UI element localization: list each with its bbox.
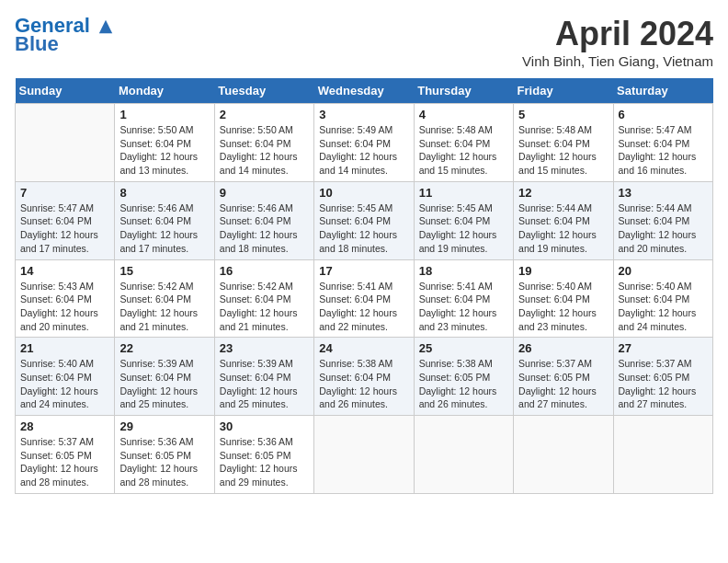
calendar-cell: 2Sunrise: 5:50 AM Sunset: 6:04 PM Daylig…	[214, 104, 313, 182]
weekday-header-saturday: Saturday	[613, 78, 712, 104]
day-detail: Sunrise: 5:38 AM Sunset: 6:04 PM Dayligh…	[319, 357, 408, 411]
calendar-cell: 17Sunrise: 5:41 AM Sunset: 6:04 PM Dayli…	[314, 259, 414, 338]
day-detail: Sunrise: 5:46 AM Sunset: 6:04 PM Dayligh…	[220, 201, 309, 256]
weekday-header-friday: Friday	[514, 78, 613, 104]
calendar-cell: 26Sunrise: 5:37 AM Sunset: 6:05 PM Dayli…	[514, 338, 613, 416]
calendar-cell: 28Sunrise: 5:37 AM Sunset: 6:05 PM Dayli…	[16, 416, 115, 494]
month-title: April 2024	[522, 15, 713, 53]
calendar-cell: 22Sunrise: 5:39 AM Sunset: 6:04 PM Dayli…	[115, 338, 214, 416]
day-number: 24	[319, 341, 408, 355]
day-detail: Sunrise: 5:37 AM Sunset: 6:05 PM Dayligh…	[619, 357, 708, 411]
day-number: 7	[20, 186, 109, 200]
title-area: April 2024 Vinh Binh, Tien Giang, Vietna…	[522, 15, 713, 69]
day-detail: Sunrise: 5:42 AM Sunset: 6:04 PM Dayligh…	[220, 280, 309, 334]
calendar-cell: 15Sunrise: 5:42 AM Sunset: 6:04 PM Dayli…	[115, 259, 214, 338]
calendar-cell: 7Sunrise: 5:47 AM Sunset: 6:04 PM Daylig…	[16, 181, 115, 259]
calendar-cell: 3Sunrise: 5:49 AM Sunset: 6:04 PM Daylig…	[314, 104, 414, 182]
day-number: 9	[220, 186, 309, 200]
calendar-week-row: 14Sunrise: 5:43 AM Sunset: 6:04 PM Dayli…	[16, 259, 713, 338]
calendar-cell: 25Sunrise: 5:38 AM Sunset: 6:05 PM Dayli…	[414, 338, 513, 416]
day-number: 29	[119, 419, 209, 433]
day-number: 12	[518, 186, 608, 200]
day-detail: Sunrise: 5:44 AM Sunset: 6:04 PM Dayligh…	[518, 201, 608, 256]
calendar-cell: 23Sunrise: 5:39 AM Sunset: 6:04 PM Dayli…	[214, 338, 313, 416]
day-detail: Sunrise: 5:45 AM Sunset: 6:04 PM Dayligh…	[319, 201, 408, 256]
weekday-header-wednesday: Wednesday	[314, 78, 414, 104]
svg-marker-0	[99, 20, 112, 33]
calendar-cell: 29Sunrise: 5:36 AM Sunset: 6:05 PM Dayli…	[115, 416, 214, 494]
day-number: 13	[619, 186, 708, 200]
day-detail: Sunrise: 5:43 AM Sunset: 6:04 PM Dayligh…	[20, 280, 109, 334]
calendar-cell: 5Sunrise: 5:48 AM Sunset: 6:04 PM Daylig…	[514, 104, 613, 182]
calendar-cell: 24Sunrise: 5:38 AM Sunset: 6:04 PM Dayli…	[314, 338, 414, 416]
day-number: 15	[119, 264, 209, 278]
day-number: 19	[518, 264, 608, 278]
day-number: 5	[518, 108, 608, 121]
calendar-cell: 27Sunrise: 5:37 AM Sunset: 6:05 PM Dayli…	[613, 338, 712, 416]
calendar-cell: 8Sunrise: 5:46 AM Sunset: 6:04 PM Daylig…	[115, 181, 214, 259]
day-detail: Sunrise: 5:48 AM Sunset: 6:04 PM Dayligh…	[419, 123, 508, 178]
weekday-header-monday: Monday	[115, 78, 214, 104]
calendar-cell: 4Sunrise: 5:48 AM Sunset: 6:04 PM Daylig…	[414, 104, 513, 182]
day-number: 30	[220, 419, 309, 433]
day-detail: Sunrise: 5:41 AM Sunset: 6:04 PM Dayligh…	[419, 280, 508, 334]
calendar-table: SundayMondayTuesdayWednesdayThursdayFrid…	[15, 78, 713, 494]
day-detail: Sunrise: 5:38 AM Sunset: 6:05 PM Dayligh…	[419, 357, 508, 411]
day-detail: Sunrise: 5:40 AM Sunset: 6:04 PM Dayligh…	[20, 357, 109, 411]
day-number: 11	[419, 186, 508, 200]
day-number: 8	[119, 186, 209, 200]
day-number: 1	[119, 108, 209, 121]
calendar-week-row: 1Sunrise: 5:50 AM Sunset: 6:04 PM Daylig…	[16, 104, 713, 182]
calendar-week-row: 21Sunrise: 5:40 AM Sunset: 6:04 PM Dayli…	[16, 338, 713, 416]
day-number: 20	[619, 264, 708, 278]
calendar-cell	[514, 416, 613, 494]
logo-text-blue: Blue	[15, 33, 59, 55]
day-detail: Sunrise: 5:39 AM Sunset: 6:04 PM Dayligh…	[119, 357, 209, 411]
calendar-cell: 12Sunrise: 5:44 AM Sunset: 6:04 PM Dayli…	[514, 181, 613, 259]
day-number: 23	[220, 341, 309, 355]
day-detail: Sunrise: 5:47 AM Sunset: 6:04 PM Dayligh…	[20, 201, 109, 256]
day-number: 27	[619, 341, 708, 355]
day-detail: Sunrise: 5:48 AM Sunset: 6:04 PM Dayligh…	[518, 123, 608, 178]
day-detail: Sunrise: 5:40 AM Sunset: 6:04 PM Dayligh…	[518, 280, 608, 334]
day-detail: Sunrise: 5:37 AM Sunset: 6:05 PM Dayligh…	[20, 435, 109, 489]
day-number: 14	[20, 264, 109, 278]
weekday-header-sunday: Sunday	[16, 78, 115, 104]
day-detail: Sunrise: 5:45 AM Sunset: 6:04 PM Dayligh…	[419, 201, 508, 256]
page-header: General Blue April 2024 Vinh Binh, Tien …	[15, 15, 713, 69]
calendar-cell	[314, 416, 414, 494]
calendar-cell: 1Sunrise: 5:50 AM Sunset: 6:04 PM Daylig…	[115, 104, 214, 182]
calendar-cell: 13Sunrise: 5:44 AM Sunset: 6:04 PM Dayli…	[613, 181, 712, 259]
calendar-cell: 16Sunrise: 5:42 AM Sunset: 6:04 PM Dayli…	[214, 259, 313, 338]
day-number: 2	[220, 108, 309, 121]
calendar-cell	[16, 104, 115, 182]
day-detail: Sunrise: 5:40 AM Sunset: 6:04 PM Dayligh…	[619, 280, 708, 334]
day-detail: Sunrise: 5:49 AM Sunset: 6:04 PM Dayligh…	[319, 123, 408, 178]
day-number: 4	[419, 108, 508, 121]
day-detail: Sunrise: 5:39 AM Sunset: 6:04 PM Dayligh…	[220, 357, 309, 411]
location-subtitle: Vinh Binh, Tien Giang, Vietnam	[522, 53, 713, 69]
calendar-cell: 11Sunrise: 5:45 AM Sunset: 6:04 PM Dayli…	[414, 181, 513, 259]
day-detail: Sunrise: 5:41 AM Sunset: 6:04 PM Dayligh…	[319, 280, 408, 334]
day-detail: Sunrise: 5:44 AM Sunset: 6:04 PM Dayligh…	[619, 201, 708, 256]
calendar-cell: 30Sunrise: 5:36 AM Sunset: 6:05 PM Dayli…	[214, 416, 313, 494]
weekday-header-row: SundayMondayTuesdayWednesdayThursdayFrid…	[16, 78, 713, 104]
day-number: 17	[319, 264, 408, 278]
day-detail: Sunrise: 5:37 AM Sunset: 6:05 PM Dayligh…	[518, 357, 608, 411]
day-number: 25	[419, 341, 508, 355]
day-number: 6	[619, 108, 708, 121]
calendar-cell	[414, 416, 513, 494]
logo: General Blue	[15, 15, 114, 55]
day-detail: Sunrise: 5:50 AM Sunset: 6:04 PM Dayligh…	[220, 123, 309, 178]
day-number: 22	[119, 341, 209, 355]
calendar-cell: 20Sunrise: 5:40 AM Sunset: 6:04 PM Dayli…	[613, 259, 712, 338]
calendar-cell	[613, 416, 712, 494]
calendar-week-row: 7Sunrise: 5:47 AM Sunset: 6:04 PM Daylig…	[16, 181, 713, 259]
day-number: 18	[419, 264, 508, 278]
calendar-cell: 6Sunrise: 5:47 AM Sunset: 6:04 PM Daylig…	[613, 104, 712, 182]
logo-icon	[97, 18, 114, 35]
day-detail: Sunrise: 5:36 AM Sunset: 6:05 PM Dayligh…	[220, 435, 309, 489]
day-number: 16	[220, 264, 309, 278]
day-number: 28	[20, 419, 109, 433]
day-number: 26	[518, 341, 608, 355]
